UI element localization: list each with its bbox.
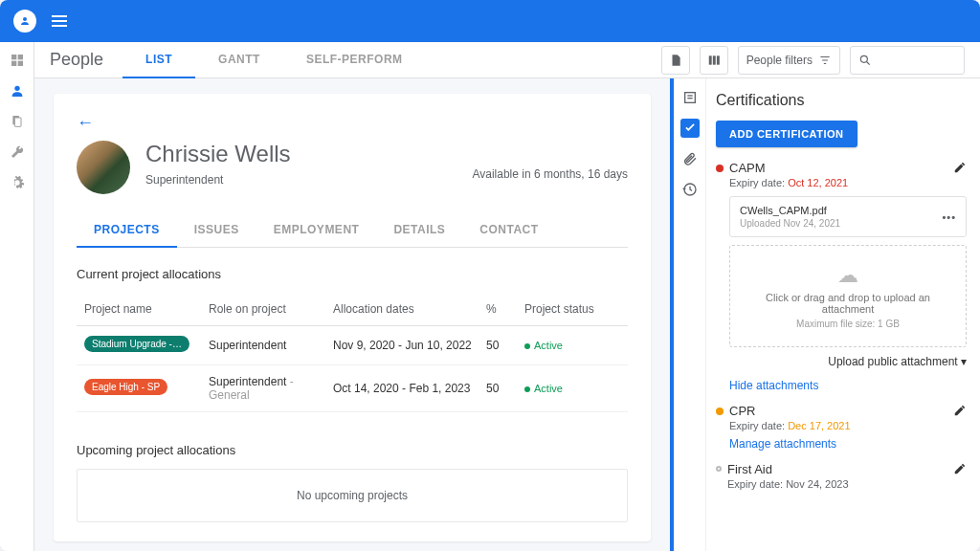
svg-point-14 [860,55,867,62]
chevron-down-icon: ▾ [961,355,967,368]
top-bar [0,0,980,42]
cloud-upload-icon: ☁ [747,263,948,288]
certification-item: CPR Expiry date: Dec 17, 2021 Manage att… [716,404,967,451]
cert-name: First Aid [727,462,947,476]
add-certification-button[interactable]: ADD CERTIFICATION [716,121,858,147]
dashboard-icon[interactable] [9,52,26,69]
table-row[interactable]: Stadium Upgrade - … Superintendent Nov 9… [77,326,628,365]
upcoming-allocations-heading: Upcoming project allocations [77,443,628,457]
certifications-icon[interactable] [680,119,700,138]
filter-icon [818,54,832,67]
attachment-date: Uploaded Nov 24, 2021 [740,218,934,229]
tab-employment[interactable]: EMPLOYMENT [256,213,377,248]
svg-rect-2 [17,55,22,59]
upload-dropzone[interactable]: ☁ Click or drag and drop to upload an at… [729,245,967,347]
left-nav-rail [0,42,34,551]
tab-gantt[interactable]: GANTT [195,42,283,78]
tab-contact[interactable]: CONTACT [462,213,555,248]
svg-rect-10 [717,55,720,64]
search-input[interactable] [850,46,965,75]
dates-text: Nov 9, 2020 - Jun 10, 2022 [333,339,486,352]
more-icon[interactable]: ••• [942,211,956,223]
avatar [77,141,130,194]
subheader: People LIST GANTT SELF-PERFORM People fi… [34,42,980,78]
edit-icon[interactable] [953,462,967,475]
expiry-date: Nov 24, 2023 [786,478,848,490]
side-panel: Certifications ADD CERTIFICATION CAPM Ex… [674,78,980,551]
pct-text: 50 [486,382,524,395]
app-logo[interactable] [13,10,36,33]
edit-icon[interactable] [953,161,967,174]
person-name: Chrissie Wells [145,141,457,167]
manage-attachments-link[interactable]: Manage attachments [729,437,836,451]
dropzone-text: Click or drag and drop to upload an atta… [747,292,948,315]
col-dates: Allocation dates [333,302,486,316]
hamburger-icon[interactable] [52,15,67,27]
hide-attachments-link[interactable]: Hide attachments [729,379,818,392]
role-text: Superintendent [209,339,286,352]
col-status: Project status [524,302,620,316]
allocations-table: Project name Role on project Allocation … [77,293,628,412]
svg-rect-7 [14,118,21,126]
pct-text: 50 [486,339,524,352]
table-row[interactable]: Eagle High - SP Superintendent - General… [77,365,628,412]
side-rail [674,78,706,551]
chevron-right-icon[interactable]: › [706,377,707,392]
svg-rect-3 [11,61,16,66]
attachment-row[interactable]: CWells_CAPM.pdf Uploaded Nov 24, 2021 ••… [729,196,967,237]
status-dot-icon [524,386,530,392]
tab-details[interactable]: DETAILS [376,213,462,248]
expiry-date: Oct 12, 2021 [788,177,848,188]
status-text: Active [534,383,563,394]
svg-line-15 [867,61,870,64]
status-dot-icon [716,165,724,172]
svg-point-0 [23,17,27,21]
tab-list[interactable]: LIST [122,42,195,78]
cert-name: CPR [729,404,947,418]
expiry-date: Dec 17, 2021 [788,420,850,431]
tab-projects[interactable]: PROJECTS [77,213,177,248]
status-dot-icon [524,343,530,349]
detail-tabs: PROJECTS ISSUES EMPLOYMENT DETAILS CONTA… [77,213,628,248]
certifications-title: Certifications [716,92,967,109]
role-text: Superintendent [209,375,286,388]
documents-icon[interactable] [9,113,26,130]
gear-icon[interactable] [9,174,26,191]
view-tabs: LIST GANTT SELF-PERFORM [122,42,426,78]
section-title: People [50,50,103,70]
search-icon [858,54,872,67]
dates-text: Oct 14, 2020 - Feb 1, 2023 [333,382,486,395]
col-project-name: Project name [84,302,209,316]
certification-item: First Aid Expiry date: Nov 24, 2023 [716,462,967,490]
col-role: Role on project [209,302,333,316]
svg-rect-1 [11,55,16,59]
back-arrow-icon[interactable]: ← [77,113,94,133]
cert-name: CAPM [729,161,947,175]
status-dot-icon [716,466,722,472]
svg-rect-8 [708,55,711,64]
document-button[interactable] [661,46,690,75]
current-allocations-heading: Current project allocations [77,267,628,281]
attachment-name: CWells_CAPM.pdf [740,205,934,216]
details-icon[interactable] [680,88,700,107]
people-filters[interactable]: People filters [738,46,840,75]
person-role: Superintendent [145,173,457,187]
svg-rect-9 [712,55,715,64]
svg-point-5 [14,86,19,91]
wrench-icon[interactable] [9,143,26,161]
project-pill: Stadium Upgrade - … [84,336,189,352]
columns-button[interactable] [700,46,728,75]
svg-rect-4 [17,61,22,66]
status-dot-icon [716,408,724,415]
edit-icon[interactable] [953,404,967,417]
attachment-icon[interactable] [680,149,700,168]
certification-item: CAPM Expiry date: Oct 12, 2021 CWells_CA… [716,161,967,392]
filter-label: People filters [746,54,813,67]
tab-issues[interactable]: ISSUES [177,213,256,248]
upload-public-link[interactable]: Upload public attachment ▾ [716,355,967,368]
main-panel: ← Chrissie Wells Superintendent Availabl… [34,78,670,551]
history-icon[interactable] [680,180,700,199]
people-icon[interactable] [9,82,26,99]
tab-self-perform[interactable]: SELF-PERFORM [283,42,426,78]
availability-text: Available in 6 months, 16 days [472,167,628,181]
